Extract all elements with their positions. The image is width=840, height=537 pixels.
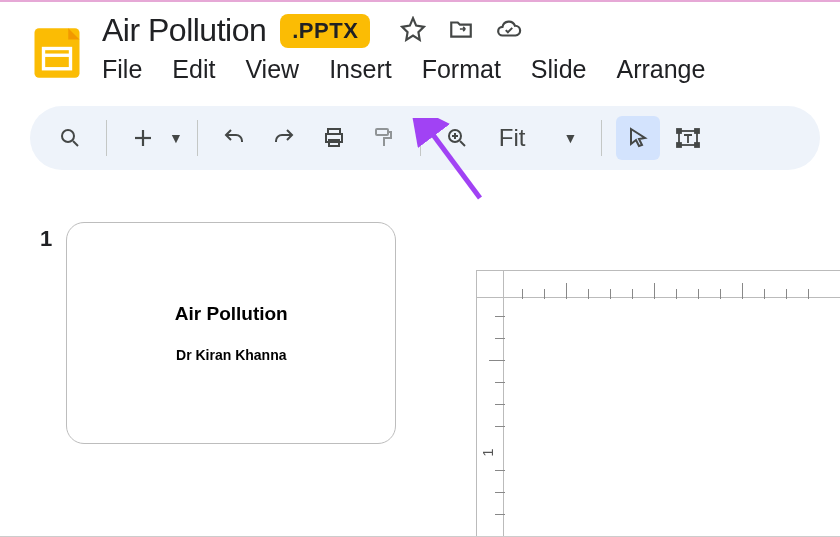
- zoom-in-button[interactable]: [435, 116, 479, 160]
- svg-line-12: [460, 141, 465, 146]
- vertical-ruler[interactable]: 1: [476, 298, 504, 536]
- search-button[interactable]: [48, 116, 92, 160]
- slide-thumbnail[interactable]: Air Pollution Dr Kiran Khanna: [66, 222, 396, 444]
- menu-bar: File Edit View Insert Format Slide Arran…: [102, 55, 822, 84]
- cloud-saved-icon[interactable]: [496, 16, 522, 46]
- dropdown-caret-icon: ▼: [564, 130, 578, 146]
- select-tool-button[interactable]: [616, 116, 660, 160]
- svg-rect-16: [677, 129, 681, 133]
- text-box-button[interactable]: [666, 116, 710, 160]
- menu-format[interactable]: Format: [422, 55, 501, 84]
- file-type-badge: .PPTX: [280, 14, 370, 48]
- separator: [197, 120, 198, 156]
- slide-number: 1: [40, 226, 52, 444]
- svg-point-3: [62, 130, 74, 142]
- document-title[interactable]: Air Pollution: [102, 12, 266, 49]
- header-bar: Air Pollution .PPTX File Edit View Inser…: [0, 2, 840, 84]
- print-button[interactable]: [312, 116, 356, 160]
- svg-line-4: [73, 141, 78, 146]
- svg-rect-19: [695, 143, 699, 147]
- ruler-corner: [476, 270, 504, 298]
- horizontal-ruler[interactable]: [504, 270, 840, 298]
- thumbnail-title: Air Pollution: [175, 303, 288, 325]
- svg-rect-18: [677, 143, 681, 147]
- title-area: Air Pollution .PPTX File Edit View Inser…: [102, 12, 822, 84]
- menu-view[interactable]: View: [245, 55, 299, 84]
- separator: [106, 120, 107, 156]
- dropdown-caret-icon[interactable]: ▼: [169, 130, 183, 146]
- redo-button[interactable]: [262, 116, 306, 160]
- menu-insert[interactable]: Insert: [329, 55, 392, 84]
- zoom-select[interactable]: Fit ▼: [485, 124, 588, 152]
- new-slide-button[interactable]: ▼: [121, 116, 183, 160]
- svg-rect-17: [695, 129, 699, 133]
- title-icons: [400, 16, 522, 46]
- menu-edit[interactable]: Edit: [172, 55, 215, 84]
- title-row: Air Pollution .PPTX: [102, 12, 822, 49]
- paint-format-button[interactable]: [362, 116, 406, 160]
- separator: [601, 120, 602, 156]
- thumbnail-author: Dr Kiran Khanna: [176, 347, 286, 363]
- toolbar: ▼ Fit ▼: [30, 106, 820, 170]
- zoom-label: Fit: [499, 124, 526, 152]
- menu-file[interactable]: File: [102, 55, 142, 84]
- separator: [420, 120, 421, 156]
- ruler-label: 1: [479, 448, 496, 456]
- ruler-area: 1: [462, 270, 840, 536]
- move-folder-icon[interactable]: [448, 16, 474, 46]
- undo-button[interactable]: [212, 116, 256, 160]
- star-icon[interactable]: [400, 16, 426, 46]
- app-logo: [30, 26, 84, 80]
- svg-rect-10: [376, 129, 388, 135]
- menu-arrange[interactable]: Arrange: [616, 55, 705, 84]
- menu-slide[interactable]: Slide: [531, 55, 587, 84]
